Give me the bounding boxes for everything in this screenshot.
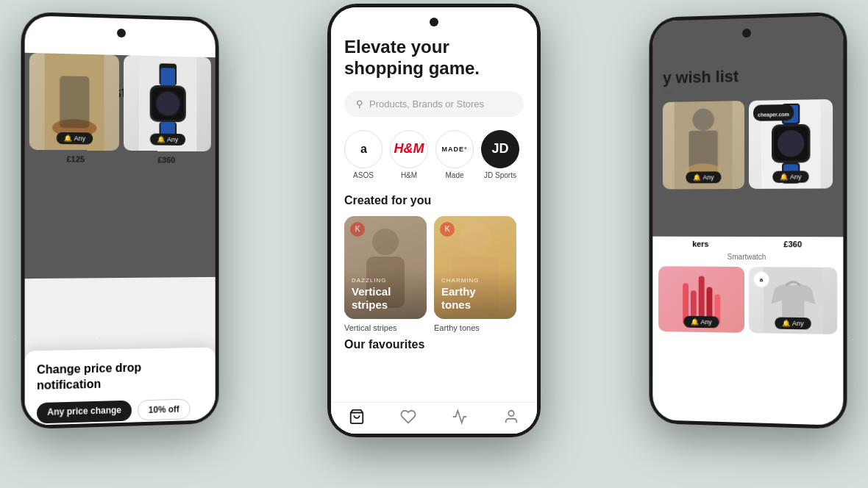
any-badge-sweater[interactable]: 🔔 Any: [775, 317, 811, 330]
chart-icon: [452, 409, 468, 425]
bell-icon-brushes: 🔔: [691, 318, 699, 326]
made-logo: MADE°: [441, 146, 467, 153]
notification-title: Change price drop notification: [37, 359, 204, 394]
center-content: Elevate your shopping game. ⚲ Products, …: [331, 7, 537, 332]
bell-icon-right-shoe: 🔔: [693, 173, 701, 181]
right-product-names: Smartwatch: [652, 251, 843, 262]
punch-hole-center: [430, 18, 438, 26]
bag-icon: [349, 409, 365, 425]
price-right: £360: [157, 155, 175, 164]
brand-circle-asos: a: [344, 130, 383, 168]
nav-bag[interactable]: [349, 409, 365, 425]
heart-icon: [400, 409, 416, 425]
left-phone: ← My wish list 4 items: [21, 12, 219, 429]
brand-asos[interactable]: a ASOS: [344, 130, 383, 179]
brand-circle-jd: JD: [481, 130, 519, 168]
svg-rect-2: [60, 76, 89, 128]
punch-hole-left: [117, 29, 126, 37]
hero-title: Elevate your shopping game.: [344, 37, 524, 79]
jd-logo: JD: [491, 141, 508, 157]
price-left: £125: [66, 154, 85, 163]
search-placeholder: Products, Brands or Stores: [369, 98, 484, 110]
collection-card-1[interactable]: K DAZZLING Verticalstripes: [344, 216, 427, 319]
collection-card-2[interactable]: K CHARMING Earthytones: [434, 216, 516, 319]
center-screen: Elevate your shopping game. ⚲ Products, …: [331, 7, 537, 434]
option-10off[interactable]: 10% off: [138, 398, 190, 420]
bell-icon-right-watch: 🔔: [780, 173, 788, 181]
right-product-shoe[interactable]: 🔔 Any: [663, 101, 744, 189]
bell-icon-sweater: 🔔: [782, 320, 790, 327]
right-phone: y wish list ms 🔔: [649, 12, 847, 429]
right-price-watch: £360: [783, 240, 802, 248]
collection-name-1: Verticalstripes: [352, 285, 419, 312]
product-card-watch[interactable]: 🔔 Any: [124, 55, 211, 151]
bell-icon: 🔔: [63, 134, 71, 142]
brand-circle-made: MADE°: [435, 130, 474, 168]
right-wishlist-section: y wish list ms 🔔: [652, 15, 843, 237]
svg-point-19: [508, 411, 513, 416]
right-card-sweater[interactable]: a 🔔 Any: [749, 267, 837, 334]
svg-rect-9: [160, 68, 175, 85]
collection-subtitle-1: DAZZLING: [352, 277, 419, 284]
bottom-nav: [331, 402, 537, 434]
search-icon: ⚲: [356, 98, 363, 110]
svg-point-13: [372, 229, 399, 255]
collection-label-1: Vertical stripes: [344, 323, 427, 332]
brand-hm[interactable]: H&M H&M: [390, 130, 428, 179]
right-second-row: 🔔 Any a 🔔 Any: [652, 262, 843, 339]
collection-earthy[interactable]: K CHARMING Earthytones: [434, 216, 516, 332]
right-card-brushes[interactable]: 🔔 Any: [658, 266, 744, 333]
collection-text-2: CHARMING Earthytones: [434, 270, 516, 319]
left-screen-top: ← My wish list 4 items: [25, 53, 216, 279]
asos-logo: a: [360, 143, 366, 156]
notification-options: Any price change 10% off 25% off 50% off: [37, 398, 204, 426]
brand-label-asos: ASOS: [353, 171, 374, 179]
right-price-shoe: kers: [692, 240, 708, 248]
nav-person[interactable]: [503, 409, 519, 425]
option-any-price[interactable]: Any price change: [37, 401, 132, 424]
section-created: Created for you: [344, 194, 524, 207]
collections-row: K DAZZLING Verticalstripes: [344, 216, 524, 332]
asos-badge-right: a: [753, 271, 769, 287]
brand-made[interactable]: MADE° Made: [435, 130, 474, 179]
right-product-name-watch: Smartwatch: [728, 253, 766, 261]
center-phone: Elevate your shopping game. ⚲ Products, …: [327, 4, 541, 437]
any-badge-right-watch[interactable]: 🔔 Any: [772, 171, 809, 182]
any-badge-brushes[interactable]: 🔔 Any: [683, 316, 719, 329]
section-favourites: Our favourites: [344, 338, 524, 351]
notification-panel: Change price drop notification Any price…: [25, 348, 216, 426]
nav-heart[interactable]: [400, 409, 416, 425]
collection-vertical[interactable]: K DAZZLING Verticalstripes: [344, 216, 427, 332]
brand-label-hm: H&M: [401, 171, 417, 179]
product-card-shoe[interactable]: 🔔 Any: [29, 53, 119, 151]
nav-chart[interactable]: [452, 409, 468, 425]
hm-logo: H&M: [394, 141, 424, 157]
svg-point-16: [459, 222, 491, 254]
brands-row: a ASOS H&M H&M MADE°: [344, 130, 524, 179]
collection-name-2: Earthytones: [441, 285, 509, 312]
any-badge-shoe[interactable]: 🔔 Any: [56, 132, 93, 145]
right-product-watch[interactable]: cheaper.com: [749, 99, 833, 189]
any-badge-watch[interactable]: 🔔 Any: [149, 134, 185, 146]
right-screen: y wish list ms 🔔: [652, 15, 843, 426]
search-bar[interactable]: ⚲ Products, Brands or Stores: [344, 91, 524, 117]
bell-icon-watch: 🔔: [157, 136, 165, 143]
person-icon: [503, 409, 519, 425]
brand-label-jd: JD Sports: [484, 171, 516, 179]
brand-jd[interactable]: JD JD Sports: [481, 130, 519, 179]
our-favourites-section: Our favourites: [331, 332, 537, 404]
brand-label-made: Made: [445, 171, 463, 179]
brand-circle-hm: H&M: [390, 130, 428, 168]
cheaper-badge: cheaper.com: [758, 112, 789, 118]
left-screen: ← My wish list 4 items: [25, 53, 216, 426]
right-prices: kers £360: [652, 237, 843, 252]
any-badge-right-shoe[interactable]: 🔔 Any: [686, 171, 722, 183]
collection-label-2: Earthy tones: [434, 323, 516, 332]
collection-subtitle-2: CHARMING: [441, 277, 509, 284]
collection-text-1: DAZZLING Verticalstripes: [344, 270, 427, 319]
